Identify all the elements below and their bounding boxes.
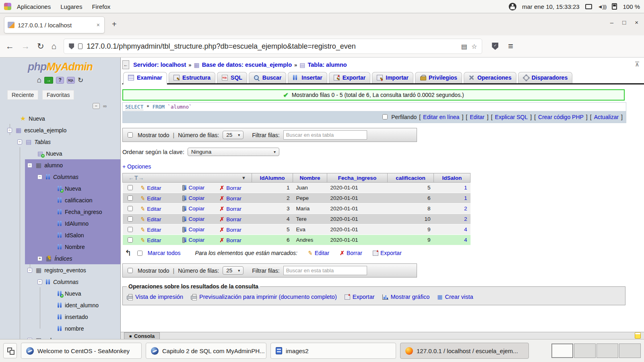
link-with-main-icon[interactable]: ∞ — [103, 103, 107, 109]
sort-key-select[interactable]: Ninguna▾ — [188, 148, 279, 156]
selected-delete-link[interactable]: ✗Borrar — [340, 250, 362, 256]
cell-idsalon-link[interactable]: 4 — [464, 237, 467, 243]
edit-row-link[interactable]: Editar — [147, 195, 161, 202]
tab-close-icon[interactable]: × — [95, 22, 101, 28]
create-php-link[interactable]: Crear código PHP — [538, 114, 584, 120]
tree-item-database[interactable]: − ▦ escuela_ejemplo — [0, 124, 120, 136]
collapse-icon[interactable]: − — [27, 268, 32, 273]
edit-row-link[interactable]: Editar — [147, 227, 161, 233]
show-all-checkbox[interactable] — [128, 268, 133, 273]
num-rows-select[interactable]: 25▾ — [223, 131, 244, 139]
hamburger-menu-icon[interactable]: ≡ — [508, 41, 513, 51]
tree-item-indexes[interactable]: + ▦↯ Índices — [0, 253, 120, 264]
selected-export-link[interactable]: Exportar — [373, 250, 402, 256]
row-checkbox[interactable] — [128, 227, 133, 232]
delete-row-link[interactable]: Borrar — [226, 227, 242, 233]
home-button[interactable]: ⌂ — [52, 41, 57, 51]
tree-item-column[interactable]: Fecha_ingreso — [0, 206, 120, 218]
collapse-all-icon[interactable]: − — [93, 103, 100, 109]
tab-exportar[interactable]: ▲Exportar — [329, 72, 371, 83]
edit-row-link[interactable]: Editar — [147, 206, 161, 212]
page-info-icon[interactable] — [78, 43, 83, 49]
nav-logout-icon[interactable]: → — [44, 77, 53, 84]
reader-view-icon[interactable]: ▤ — [461, 43, 467, 50]
copy-row-link[interactable]: Copiar — [189, 185, 205, 191]
selected-edit-link[interactable]: ✎Editar — [308, 250, 329, 256]
tab-estructura[interactable]: Estructura — [169, 72, 215, 83]
window-maximize-button[interactable]: □ — [622, 19, 626, 26]
tab-insertar[interactable]: Insertar — [288, 72, 327, 83]
protections-icon[interactable]: ✓ — [492, 43, 498, 50]
col-header-nombre[interactable]: Nombre — [293, 173, 327, 183]
taskbar-item-firefox[interactable]: 127.0.0.1 / localhost / escuela_ejem... — [400, 343, 529, 359]
forward-button[interactable]: → — [21, 41, 30, 51]
show-all-checkbox[interactable] — [128, 132, 133, 138]
delete-row-link[interactable]: Borrar — [226, 237, 242, 243]
options-toggle-link[interactable]: + Opciones — [122, 163, 644, 170]
workspace-4[interactable] — [619, 343, 641, 358]
edit-inline-link[interactable]: Editar en línea — [423, 114, 459, 120]
tree-item-table-registro-eventos[interactable]: − ▦ registro_eventos — [0, 264, 120, 276]
menu-lugares[interactable]: Lugares — [56, 2, 86, 12]
copy-row-link[interactable]: Copiar — [189, 195, 205, 201]
copy-row-link[interactable]: Copiar — [189, 206, 205, 212]
clock[interactable]: mar ene 10, 15:33:23 — [522, 3, 580, 10]
collapse-icon[interactable]: − — [7, 128, 12, 133]
tab-importar[interactable]: ▼Importar — [372, 72, 413, 83]
explain-sql-link[interactable]: Explicar SQL — [495, 114, 528, 120]
row-checkbox[interactable] — [128, 206, 133, 211]
row-checkbox[interactable] — [128, 195, 133, 201]
row-checkbox[interactable] — [128, 237, 133, 243]
tree-item-column[interactable]: IdAlumno — [0, 218, 120, 229]
reload-button[interactable]: ↻ — [37, 41, 44, 51]
copy-row-link[interactable]: Copiar — [189, 237, 205, 243]
battery-icon[interactable] — [612, 3, 617, 10]
nav-refresh-icon[interactable]: ↻ — [78, 76, 83, 84]
taskbar-item-seamonkey-capitulo[interactable]: Capitulo 2 de SQL com MyAdminPH... — [146, 343, 266, 359]
edit-row-link[interactable]: Editar — [147, 237, 161, 243]
phpmyadmin-logo[interactable]: phpMyAdmin — [0, 61, 120, 73]
workspace-1[interactable] — [551, 343, 573, 358]
delete-row-link[interactable]: Borrar — [226, 216, 242, 222]
url-bar[interactable]: 127.0.0.1/phpmyadmin/tbl_structure.php?d… — [64, 39, 482, 54]
tree-item-table-salon[interactable]: + ▦ salon — [0, 334, 120, 339]
col-header-calificacion[interactable]: calificacion — [388, 173, 434, 183]
breadcrumb-table[interactable]: Tabla: alumno — [308, 62, 347, 68]
scroll-left-icon[interactable]: ← — [122, 60, 129, 69]
new-tab-button[interactable]: + — [112, 20, 117, 29]
display-chart-link[interactable]: Mostrar gráfico — [382, 294, 430, 300]
back-button[interactable]: ← — [6, 41, 14, 51]
window-minimize-button[interactable]: – — [610, 19, 613, 26]
tab-privilegios[interactable]: Privilegios — [415, 72, 462, 83]
col-header-idalumno[interactable]: IdAlumno — [252, 173, 293, 183]
tree-item-columns[interactable]: − Columnas — [0, 171, 120, 183]
cell-idsalon-link[interactable]: 4 — [464, 226, 467, 232]
num-rows-select[interactable]: 25▾ — [223, 266, 244, 275]
tree-item-table-alumno[interactable]: − ▦ alumno — [0, 159, 120, 171]
delete-row-link[interactable]: Borrar — [226, 206, 242, 212]
collapse-icon[interactable]: − — [17, 140, 22, 144]
delete-row-link[interactable]: Borrar — [226, 185, 242, 191]
recent-tables-button[interactable]: Reciente — [7, 90, 38, 100]
breadcrumb-database[interactable]: Base de datos: escuela_ejemplo — [202, 62, 292, 68]
workspace-3[interactable] — [597, 343, 618, 358]
browser-tab[interactable]: 127.0.0.1 / localhost × — [4, 16, 105, 33]
tree-item-column[interactable]: calificacion — [0, 194, 120, 206]
row-checkbox[interactable] — [128, 185, 133, 190]
tree-item-column[interactable]: ident_alumno — [0, 299, 120, 311]
cell-idsalon-link[interactable]: 1 — [464, 195, 467, 201]
distro-logo-icon[interactable] — [4, 3, 11, 10]
refresh-link[interactable]: Actualizar — [594, 114, 619, 120]
tree-item-new-column[interactable]: + Nueva — [0, 183, 120, 194]
create-view-link[interactable]: ▦Crear vista — [437, 294, 473, 300]
row-checkbox[interactable] — [128, 216, 133, 222]
cell-idsalon-link[interactable]: 2 — [464, 216, 467, 222]
accessibility-icon[interactable] — [509, 3, 516, 10]
profiling-checkbox[interactable] — [382, 114, 388, 119]
edit-row-link[interactable]: Editar — [147, 185, 161, 191]
edit-row-link[interactable]: Editar — [147, 216, 161, 222]
bookmark-star-icon[interactable]: ☆ — [471, 43, 477, 50]
tracking-shield-icon[interactable] — [69, 43, 74, 49]
window-close-button[interactable]: × — [635, 19, 638, 26]
display-icon[interactable] — [585, 4, 592, 9]
